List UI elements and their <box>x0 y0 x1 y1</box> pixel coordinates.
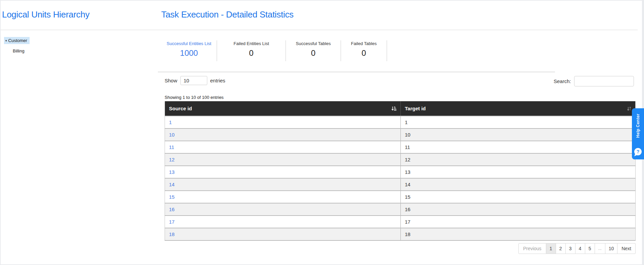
stats-tab-bar: Successful Entities List1000Failed Entit… <box>161 40 387 61</box>
stats-tab-value: 0 <box>217 48 286 58</box>
source-id-cell: 17 <box>165 216 401 228</box>
app-window: Logical Units Hierarchy ▾Customer Billin… <box>1 1 642 264</box>
target-id-cell: 14 <box>401 178 636 191</box>
table-row: 1212 <box>165 153 636 166</box>
table-info: Showing 1 to 10 of 100 entries <box>165 95 224 100</box>
tabstrip-divider <box>158 72 555 72</box>
help-center-tab[interactable]: Help Center ? <box>632 108 644 159</box>
page-title: Task Execution - Detailed Statistics <box>161 9 294 20</box>
search-control: Search: <box>554 76 634 86</box>
page-length-control: Show entries <box>165 76 225 85</box>
target-id-cell: 13 <box>401 166 636 178</box>
target-id-cell: 10 <box>401 128 636 141</box>
pagination-next-button[interactable]: Next <box>617 243 636 254</box>
source-id-cell: 15 <box>165 191 401 203</box>
table-row: 1818 <box>165 228 636 240</box>
target-id-cell: 1 <box>401 116 636 128</box>
pagination-ellipsis: ... <box>595 243 605 254</box>
table-row: 1515 <box>165 191 636 203</box>
source-id-cell: 1 <box>165 116 401 128</box>
source-id-link[interactable]: 14 <box>169 182 175 187</box>
stats-tab-label: Successful Entities List <box>161 41 217 46</box>
table-row: 1010 <box>165 128 636 141</box>
pagination-page-10[interactable]: 10 <box>605 243 618 254</box>
pagination-page-1[interactable]: 1 <box>546 243 556 254</box>
target-id-cell: 16 <box>401 203 636 216</box>
source-id-link[interactable]: 1 <box>169 119 172 125</box>
target-id-cell: 18 <box>401 228 636 240</box>
source-id-link[interactable]: 15 <box>169 194 175 200</box>
source-id-link[interactable]: 18 <box>169 231 175 237</box>
target-id-cell: 12 <box>401 153 636 166</box>
column-header-source-id[interactable]: Source id <box>165 101 401 116</box>
source-id-link[interactable]: 13 <box>169 169 175 175</box>
table-row: 1717 <box>165 216 636 228</box>
pagination: Previous12345...10Next <box>518 243 636 254</box>
tree-item-label: Customer <box>8 38 27 43</box>
stats-tab-label: Successful Tables <box>286 41 341 46</box>
source-id-cell: 16 <box>165 203 401 216</box>
question-mark-icon: ? <box>634 148 642 155</box>
table-row: 1616 <box>165 203 636 216</box>
target-id-cell: 11 <box>401 141 636 153</box>
source-id-cell: 14 <box>165 178 401 191</box>
table-row: 1414 <box>165 178 636 191</box>
source-id-link[interactable]: 11 <box>169 144 174 150</box>
stats-tab-failed-tables[interactable]: Failed Tables0 <box>341 40 387 61</box>
tree-item-billing[interactable]: Billing <box>13 48 25 53</box>
column-header-target-id[interactable]: Target id <box>401 101 636 116</box>
sort-amount-icon <box>391 106 397 111</box>
table-row: 11 <box>165 116 636 128</box>
source-id-link[interactable]: 10 <box>169 132 175 138</box>
search-input[interactable] <box>574 76 634 86</box>
stats-tab-value: 1000 <box>161 48 217 58</box>
pagination-page-4[interactable]: 4 <box>575 243 585 254</box>
tree-item-label: Billing <box>13 48 25 53</box>
table-row: 1313 <box>165 166 636 178</box>
sidebar-title: Logical Units Hierarchy <box>2 9 89 20</box>
stats-tab-label: Failed Tables <box>341 41 387 46</box>
page-size-input[interactable] <box>180 76 207 85</box>
show-label: Show <box>165 78 177 83</box>
source-id-link[interactable]: 17 <box>169 219 175 225</box>
pagination-previous-button[interactable]: Previous <box>518 243 546 254</box>
source-id-link[interactable]: 12 <box>169 157 175 162</box>
source-id-cell: 13 <box>165 166 401 178</box>
tree-item-customer[interactable]: ▾Customer <box>4 37 30 44</box>
results-table: Source id Target id <box>165 101 636 241</box>
stats-tab-value: 0 <box>341 48 387 58</box>
entries-label: entries <box>210 78 225 83</box>
stats-tab-label: Failed Entities List <box>217 41 286 46</box>
target-id-cell: 17 <box>401 216 636 228</box>
source-id-link[interactable]: 16 <box>169 206 175 212</box>
pagination-page-3[interactable]: 3 <box>566 243 575 254</box>
table-row: 1111 <box>165 141 636 153</box>
source-id-cell: 18 <box>165 228 401 240</box>
target-id-cell: 15 <box>401 191 636 203</box>
help-center-label: Help Center <box>636 114 640 138</box>
pagination-page-2[interactable]: 2 <box>556 243 566 254</box>
search-label: Search: <box>554 78 571 84</box>
chevron-down-icon: ▾ <box>5 39 7 42</box>
sort-both-icon <box>627 106 632 111</box>
pagination-page-5[interactable]: 5 <box>585 243 595 254</box>
stats-tab-successful-entities-list[interactable]: Successful Entities List1000 <box>161 40 217 61</box>
stats-tab-failed-entities-list[interactable]: Failed Entities List0 <box>217 40 286 61</box>
source-id-cell: 11 <box>165 141 401 153</box>
stats-tab-successful-tables[interactable]: Successful Tables0 <box>286 40 341 61</box>
stats-tab-value: 0 <box>286 48 341 58</box>
source-id-cell: 10 <box>165 128 401 141</box>
header-divider <box>1 30 638 30</box>
source-id-cell: 12 <box>165 153 401 166</box>
